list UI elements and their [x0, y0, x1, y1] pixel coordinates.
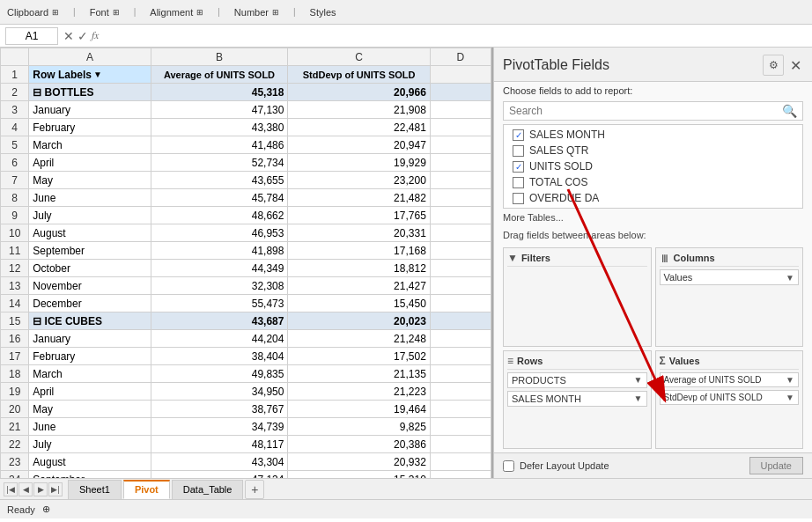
col-header-a[interactable]: A — [29, 48, 151, 66]
products-row-arrow[interactable]: ▼ — [634, 375, 643, 385]
field-checkbox-overdue-da[interactable] — [513, 193, 524, 204]
rows-label: Rows — [517, 356, 543, 366]
list-item[interactable]: OVERDUE DA — [513, 190, 794, 206]
col-header-c[interactable]: C — [288, 48, 430, 66]
add-sheet-button[interactable]: + — [245, 480, 264, 499]
pivot-panel-header: PivotTable Fields ⚙ ✕ — [494, 48, 812, 82]
corner-header — [1, 48, 29, 66]
cell-c2[interactable]: 20,966 — [288, 84, 430, 101]
list-item[interactable]: SALES MONTH — [513, 127, 794, 143]
col-header-b[interactable]: B — [151, 48, 288, 66]
number-label: Number — [234, 7, 269, 18]
list-item[interactable]: TOTAL COS — [513, 174, 794, 190]
defer-checkbox[interactable] — [503, 460, 514, 472]
cell-a1[interactable]: Row Labels ▼ — [29, 66, 151, 84]
cell-c1[interactable]: StdDevp of UNITS SOLD — [288, 66, 430, 84]
formula-input[interactable]: Row Labels — [104, 28, 807, 44]
table-row: 17 February 38,404 17,502 — [1, 348, 491, 365]
tab-data-table[interactable]: Data_Table — [172, 480, 244, 499]
col-header-d[interactable]: D — [430, 48, 491, 66]
field-checkbox-sales-qtr[interactable] — [513, 145, 524, 157]
font-label: Font — [90, 7, 109, 18]
values-column-item[interactable]: Values ▼ — [660, 269, 800, 285]
table-row: 21 June 34,739 9,825 — [1, 418, 491, 436]
table-row: 6 April 52,734 19,929 — [1, 154, 491, 172]
field-label-total-cos: TOTAL COS — [529, 176, 587, 188]
list-item[interactable]: SALES QTR — [513, 143, 794, 158]
accessibility-icon[interactable]: ⊕ — [42, 504, 50, 515]
field-checkbox-sales-month[interactable] — [513, 129, 524, 141]
list-item[interactable]: UNITS SOLD — [513, 158, 794, 174]
average-units-value-item[interactable]: Average of UNITS SOLD ▼ — [660, 372, 800, 387]
tab-sheet1[interactable]: Sheet1 — [68, 480, 122, 499]
pivot-fields-list: SALES MONTH SALES QTR UNITS SOLD TOTAL C… — [503, 124, 803, 209]
pivot-search-box: 🔍 — [503, 101, 803, 121]
values-column-label: Values — [664, 272, 693, 283]
row-labels-dropdown[interactable]: Row Labels ▼ — [33, 69, 146, 81]
average-units-value-label: Average of UNITS SOLD — [664, 375, 762, 385]
cell-b1[interactable]: Average of UNITS SOLD — [151, 66, 288, 84]
number-section: Number ⊞ — [234, 7, 279, 18]
products-row-item[interactable]: PRODUCTS ▼ — [507, 372, 647, 388]
columns-zone-header: ⫼ Columns — [660, 252, 800, 267]
table-row: 11 September 41,898 17,168 — [1, 242, 491, 260]
toolbar-expand-icon[interactable]: ⊞ — [52, 8, 59, 17]
average-units-value-arrow[interactable]: ▼ — [786, 375, 794, 385]
field-checkbox-units-sold[interactable] — [513, 161, 524, 173]
drag-instruction: Drag fields between areas below: — [494, 226, 812, 244]
sales-month-row-arrow[interactable]: ▼ — [634, 393, 643, 403]
sheet-nav-last[interactable]: ▶| — [48, 482, 63, 496]
sheet-nav-next[interactable]: ▶ — [33, 482, 48, 496]
products-row-label: PRODUCTS — [512, 375, 566, 386]
pivot-panel-title: PivotTable Fields — [503, 57, 609, 73]
formula-icons: ✕ ✓ 𝑓𝑥 — [63, 29, 99, 43]
cell-d1 — [430, 66, 491, 84]
number-expand-icon[interactable]: ⊞ — [272, 8, 279, 17]
table-row: 16 January 44,204 21,248 — [1, 330, 491, 348]
table-row: 10 August 46,953 20,331 — [1, 224, 491, 242]
table-row: 14 December 55,473 15,450 — [1, 295, 491, 312]
table-row: 13 November 32,308 21,427 — [1, 277, 491, 295]
sheet-nav-prev[interactable]: ◀ — [18, 482, 33, 496]
stddevp-units-value-label: StdDevp of UNITS SOLD — [664, 393, 763, 402]
pivot-search-input[interactable] — [509, 105, 779, 117]
stddevp-units-value-arrow[interactable]: ▼ — [786, 393, 794, 402]
cell-a2[interactable]: ⊟ BOTTLES — [29, 84, 151, 101]
table-row: 23 August 43,304 20,932 — [1, 453, 491, 471]
clipboard-section: Clipboard ⊞ — [7, 7, 59, 18]
cell-b2[interactable]: 45,318 — [151, 84, 288, 101]
pivot-settings-button[interactable]: ⚙ — [763, 55, 784, 76]
font-section: Font ⊞ — [90, 7, 120, 18]
pivot-close-button[interactable]: ✕ — [787, 57, 803, 73]
row-num-2: 2 — [1, 84, 29, 101]
pivot-zones: ▼ Filters ⫼ Columns Values ▼ — [494, 244, 812, 452]
values-zone: Σ Values Average of UNITS SOLD ▼ StdDevp… — [655, 350, 804, 450]
table-row: 20 May 38,767 19,464 — [1, 401, 491, 418]
defer-label: Defer Layout Update — [520, 460, 609, 471]
table-row: 22 July 48,117 20,386 — [1, 436, 491, 453]
alignment-expand-icon[interactable]: ⊞ — [196, 8, 203, 17]
tab-pivot[interactable]: Pivot — [123, 480, 170, 499]
cancel-formula-icon[interactable]: ✕ — [63, 29, 74, 43]
sheet-nav-first[interactable]: |◀ — [4, 482, 18, 496]
font-expand-icon[interactable]: ⊞ — [113, 8, 120, 17]
more-tables-link[interactable]: More Tables... — [494, 209, 812, 226]
filters-zone: ▼ Filters — [503, 247, 652, 347]
values-column-arrow[interactable]: ▼ — [786, 273, 794, 283]
sales-month-row-item[interactable]: SALES MONTH ▼ — [507, 391, 647, 407]
alignment-label: Alignment — [150, 7, 193, 18]
sheet-tabs: |◀ ◀ ▶ ▶| Sheet1 Pivot Data_Table + — [0, 478, 812, 499]
insert-function-icon[interactable]: 𝑓𝑥 — [92, 29, 99, 43]
table-row: 12 October 44,349 18,812 — [1, 260, 491, 277]
cell-reference-input[interactable]: A1 — [5, 27, 58, 45]
filters-zone-header: ▼ Filters — [507, 252, 647, 267]
update-button[interactable]: Update — [749, 457, 803, 474]
divider2: | — [134, 7, 137, 17]
pivot-defer-bar: Defer Layout Update Update — [494, 452, 812, 478]
field-checkbox-total-cos[interactable] — [513, 177, 524, 188]
pivot-panel-icons: ⚙ ✕ — [763, 55, 803, 76]
confirm-formula-icon[interactable]: ✓ — [78, 29, 88, 43]
stddevp-units-value-item[interactable]: StdDevp of UNITS SOLD ▼ — [660, 390, 800, 405]
table-row: 7 May 43,655 23,200 — [1, 172, 491, 189]
clipboard-label: Clipboard — [7, 7, 48, 18]
